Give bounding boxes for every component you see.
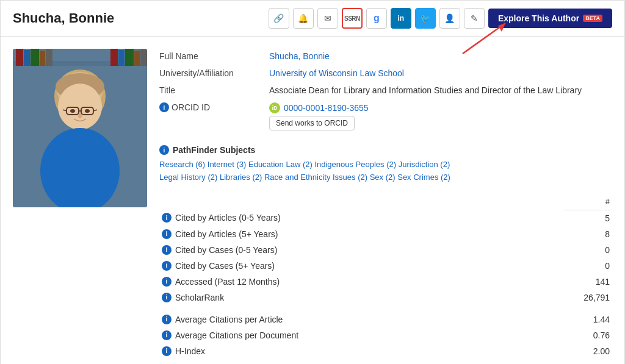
stat-label: i H-Index xyxy=(159,343,563,359)
author-photo xyxy=(13,49,147,207)
ssrn-icon-btn[interactable]: SSRN xyxy=(342,8,363,29)
title-row: Title Associate Dean for Library and Inf… xyxy=(159,83,612,100)
subject-research[interactable]: Research (6) xyxy=(159,160,205,169)
page-container: Shucha, Bonnie 🔗 🔔 ✉ SSRN g xyxy=(0,0,625,364)
svg-rect-5 xyxy=(16,49,23,66)
stat-label: i Accessed (Past 12 Months) xyxy=(159,274,563,290)
orcid-row: i ORCID ID iD 0000-0001-8190-3655 Send w… xyxy=(159,100,612,135)
stat-value: 5 xyxy=(563,210,612,226)
stats-table: # i Cited by Articles (0-5 Years) 5 i Ci… xyxy=(159,194,612,359)
stats-col-header: # xyxy=(563,194,612,210)
stat-info-icon: i xyxy=(162,315,172,324)
header: Shucha, Bonnie 🔗 🔔 ✉ SSRN g xyxy=(1,1,624,37)
affiliation-value: University of Wisconsin Law School xyxy=(269,66,612,83)
subjects-line2: Legal History (2) Libraries (2) Race and… xyxy=(159,173,450,182)
svg-rect-12 xyxy=(125,49,134,66)
subject-sex[interactable]: Sex (2) xyxy=(370,173,396,182)
pathfinder-title: PathFinder Subjects xyxy=(173,145,255,155)
link-icon: 🔗 xyxy=(273,13,284,23)
twitter-icon-btn[interactable]: 🐦 xyxy=(415,8,436,29)
subject-links: Research (6) Internet (3) Education Law … xyxy=(159,159,612,184)
svg-point-18 xyxy=(58,84,102,130)
stat-info-icon: i xyxy=(162,277,172,287)
orcid-info-icon: i xyxy=(159,102,169,112)
edit-icon-btn[interactable]: ✎ xyxy=(464,8,485,29)
subjects-line1: Research (6) Internet (3) Education Law … xyxy=(159,160,450,169)
subject-sex-crimes[interactable]: Sex Crimes (2) xyxy=(397,173,450,182)
stat-info-icon: i xyxy=(162,229,172,239)
page-title: Shucha, Bonnie xyxy=(13,10,114,26)
affiliation-row: University/Affiliation University of Wis… xyxy=(159,66,612,83)
stat-label: i Cited by Cases (5+ Years) xyxy=(159,258,563,274)
user-icon: 👤 xyxy=(444,13,455,23)
orcid-link[interactable]: 0000-0001-8190-3655 xyxy=(284,103,369,113)
svg-rect-14 xyxy=(140,49,147,66)
svg-rect-11 xyxy=(118,50,125,66)
affiliation-link[interactable]: University of Wisconsin Law School xyxy=(269,68,404,78)
photo-column xyxy=(13,49,147,359)
orcid-icon: iD xyxy=(269,102,280,113)
title-value: Associate Dean for Library and Informati… xyxy=(269,83,612,100)
link-icon-btn[interactable]: 🔗 xyxy=(269,8,289,29)
subject-legal-history[interactable]: Legal History (2) xyxy=(159,173,217,182)
stat-row: i ScholarRank 26,791 xyxy=(159,290,612,305)
stats-divider xyxy=(159,305,612,312)
stat-value: 26,791 xyxy=(563,290,612,305)
subject-education-law[interactable]: Education Law (2) xyxy=(248,160,312,169)
stat-label: i ScholarRank xyxy=(159,290,563,305)
stat-value: 8 xyxy=(563,226,612,242)
header-actions: 🔗 🔔 ✉ SSRN g in 🐦 xyxy=(269,8,612,29)
stat-value: 141 xyxy=(563,274,612,290)
stat-value: 1.44 xyxy=(563,312,612,327)
stat-info-icon: i xyxy=(162,261,172,271)
svg-point-28 xyxy=(78,113,82,118)
linkedin-icon: in xyxy=(398,14,405,23)
ssrn-icon: SSRN xyxy=(344,15,360,22)
linkedin-icon-btn[interactable]: in xyxy=(391,8,411,29)
subject-internet[interactable]: Internet (3) xyxy=(208,160,247,169)
stat-info-icon: i xyxy=(162,213,172,223)
mail-icon-btn[interactable]: ✉ xyxy=(317,8,338,29)
svg-point-26 xyxy=(70,109,75,113)
stats-section: # i Cited by Articles (0-5 Years) 5 i Ci… xyxy=(159,194,612,359)
send-orcid-button[interactable]: Send works to ORCID xyxy=(269,116,355,130)
user-icon-btn[interactable]: 👤 xyxy=(439,8,460,29)
stat-row: i Average Citations per Document 0.76 xyxy=(159,327,612,343)
stat-row: i H-Index 2.00 xyxy=(159,343,612,359)
subject-libraries[interactable]: Libraries (2) xyxy=(220,173,262,182)
svg-rect-7 xyxy=(31,49,39,66)
stat-info-icon: i xyxy=(162,293,172,302)
subject-indigenous-peoples[interactable]: Indigenous Peoples (2) xyxy=(314,160,396,169)
explore-author-button[interactable]: Explore This Author BETA xyxy=(488,9,612,28)
edit-icon: ✎ xyxy=(471,13,478,23)
stats-label-header xyxy=(159,194,563,210)
full-name-label: Full Name xyxy=(159,49,269,66)
stat-value: 2.00 xyxy=(563,343,612,359)
stat-info-icon: i xyxy=(162,245,172,255)
svg-rect-13 xyxy=(134,51,140,66)
stats-header-row: # xyxy=(159,194,612,210)
affiliation-label: University/Affiliation xyxy=(159,66,269,83)
profile-info-table: Full Name Shucha, Bonnie University/Affi… xyxy=(159,49,612,135)
bell-icon: 🔔 xyxy=(298,13,308,23)
full-name-value: Shucha, Bonnie xyxy=(269,49,612,66)
mail-icon: ✉ xyxy=(324,13,331,23)
info-column: Full Name Shucha, Bonnie University/Affi… xyxy=(159,49,612,359)
bell-icon-btn[interactable]: 🔔 xyxy=(293,8,314,29)
google-scholar-icon-btn[interactable]: g xyxy=(366,8,387,29)
stat-label: i Cited by Articles (5+ Years) xyxy=(159,226,563,242)
stat-info-icon: i xyxy=(162,346,172,356)
svg-rect-10 xyxy=(110,49,118,66)
svg-point-27 xyxy=(85,109,90,113)
subject-race-ethnicity[interactable]: Race and Ethnicity Issues (2) xyxy=(264,173,367,182)
orcid-label: i ORCID ID xyxy=(159,100,269,135)
subject-jurisdiction[interactable]: Jurisdiction (2) xyxy=(399,160,450,169)
stat-value: 0 xyxy=(563,258,612,274)
stat-label: i Average Citations per Article xyxy=(159,312,563,327)
explore-btn-label: Explore This Author xyxy=(498,13,579,23)
stat-label: i Average Citations per Document xyxy=(159,327,563,343)
pathfinder-info-icon: i xyxy=(159,145,169,155)
stat-value: 0 xyxy=(563,242,612,258)
stat-row: i Accessed (Past 12 Months) 141 xyxy=(159,274,612,290)
pathfinder-header: i PathFinder Subjects xyxy=(159,145,612,155)
